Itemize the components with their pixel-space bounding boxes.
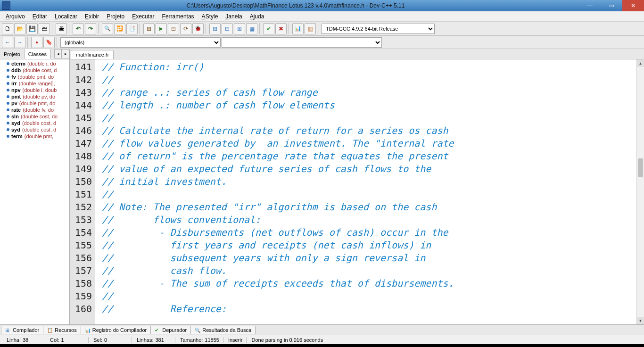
tree-item-pv[interactable]: pv (double pmt, do [0,100,69,107]
code-content[interactable]: // Function: irr() // // range ..: serie… [95,59,644,324]
menu-localizar[interactable]: Localizar [51,12,81,21]
undo-button[interactable] [73,23,84,34]
save-button[interactable] [26,23,38,34]
close-button[interactable]: ✕ [622,0,644,11]
bottom-tab-depurador[interactable]: Depurador [150,326,191,334]
new-file-button[interactable] [2,23,13,34]
nav-back-button[interactable] [2,37,13,48]
sidebar-scroll-left-button[interactable]: ◂ [54,49,62,58]
cancel-button[interactable] [275,23,287,34]
tree-item-name: sln [11,114,19,119]
tree-item-name: syd [11,120,20,126]
tree-item-term[interactable]: term (double pmt, [0,133,69,140]
separator [27,37,29,48]
menu-projeto[interactable]: Projeto [103,12,128,21]
separator [140,23,141,34]
bottom-tab-recursos[interactable]: Recursos [43,326,81,334]
tree-item-name: npv [11,87,21,93]
menu-executar[interactable]: Executar [128,12,158,21]
bottom-tab-registro[interactable]: Registro do Compilador [81,326,151,334]
tree-item-ddb[interactable]: ddb (double cost, d [0,67,69,74]
tree-item-rate[interactable]: rate (double fv, do [0,107,69,113]
bottom-tab-compilador[interactable]: Compilador [1,326,43,334]
tree-item-signature: (double range[], [19,81,55,86]
function-icon [7,128,9,131]
function-icon [7,108,9,111]
compile-run-button[interactable] [168,23,179,34]
log-icon [85,327,91,333]
status-line: Linha:38 [3,337,45,343]
find-button[interactable] [102,23,113,34]
grid-icon [5,327,11,333]
scroll-up-button[interactable]: ▲ [637,59,644,67]
grid-button-1[interactable] [209,23,221,34]
menu-astyle[interactable]: AStyle [198,12,222,21]
grid-button-3[interactable] [234,23,245,34]
tree-item-pmt[interactable]: pmt (double pv, do [0,93,69,100]
find-in-files-button[interactable] [126,23,138,34]
tree-item-signature: (double pv, do [23,94,55,99]
compiler-select[interactable]: TDM-GCC 4.9.2 64-bit Release [322,24,435,34]
nav-forward-button[interactable] [14,37,25,48]
tree-item-sln[interactable]: sln (double cost, do [0,113,69,120]
print-button[interactable] [56,23,67,34]
grid-button-2[interactable] [222,23,233,34]
tree-item-name: irr [11,81,17,86]
minimize-button[interactable]: — [579,0,601,11]
code-area[interactable]: 141 142 143 144 145 146 147 148 149 150 … [70,59,644,324]
tree-item-syd[interactable]: syd (double cost, d [0,120,69,126]
tree-item-fv[interactable]: fv (double pmt, do [0,74,69,80]
menu-arquivo[interactable]: Arquivo [2,12,29,21]
tree-item-npv[interactable]: npv (double i, doub [0,87,69,93]
maximize-button[interactable]: ▭ [601,0,622,11]
menu-ajuda[interactable]: Ajuda [246,12,268,21]
status-size: Tamanho:11855 [176,337,223,343]
replace-button[interactable] [114,23,125,34]
tree-item-name: pmt [11,94,21,99]
redo-button[interactable] [85,23,96,34]
scope-select[interactable]: (globals) [60,37,221,48]
menu-exibir[interactable]: Exibir [81,12,103,21]
sidebar-tab-classes[interactable]: Classes [25,49,51,59]
menu-janela[interactable]: Janela [222,12,246,21]
open-button[interactable] [14,23,25,34]
toolbar-secondary: (globals) [0,36,644,49]
tree-item-irr[interactable]: irr (double range[], [0,80,69,87]
taskbar-strip [0,344,644,347]
save-all-button[interactable] [39,23,50,34]
scroll-down-button[interactable]: ▼ [637,317,644,324]
separator [259,23,261,34]
check-button[interactable] [263,23,274,34]
vertical-scrollbar[interactable]: ▲ ▼ [636,59,644,324]
run-button[interactable] [156,23,167,34]
tree-item-name: syd [11,127,20,132]
function-icon [7,69,9,72]
scroll-thumb[interactable] [638,158,643,177]
grid-button-4[interactable] [246,23,257,34]
tree-item-signature: (double cost, d [22,127,56,132]
tree-item-signature: (double fv, do [23,107,54,113]
toggle-breakpoint-button[interactable] [31,37,42,48]
debug-button[interactable] [192,23,204,34]
menu-ferramentas[interactable]: Ferramentas [158,12,198,21]
editor-area: mathfinance.h 141 142 143 144 145 146 14… [70,49,644,324]
menu-editar[interactable]: Editar [29,12,51,21]
tree-item-cterm[interactable]: cterm (double i, do [0,60,69,67]
sidebar-scroll-right-button[interactable]: ▸ [62,49,69,58]
rebuild-button[interactable] [180,23,191,34]
tree-item-name: fv [11,74,16,80]
profile-button[interactable] [292,23,304,34]
bookmark-button[interactable] [43,37,55,48]
function-icon [7,115,9,118]
separator [69,23,71,34]
sidebar-tab-projeto[interactable]: Projeto [0,49,25,59]
stats-button[interactable] [305,23,316,34]
member-select[interactable] [222,37,382,48]
separator [98,23,100,34]
bottom-tab-resultados[interactable]: Resultados da Busca [190,326,256,334]
tree-item-syd[interactable]: syd (double cost, d [0,126,69,133]
compile-button[interactable] [143,23,155,34]
editor-tab-active[interactable]: mathfinance.h [71,50,114,59]
tree-item-signature: (double cost, d [23,67,57,73]
menu-bar: ArquivoEditarLocalizarExibirProjetoExecu… [0,11,644,22]
